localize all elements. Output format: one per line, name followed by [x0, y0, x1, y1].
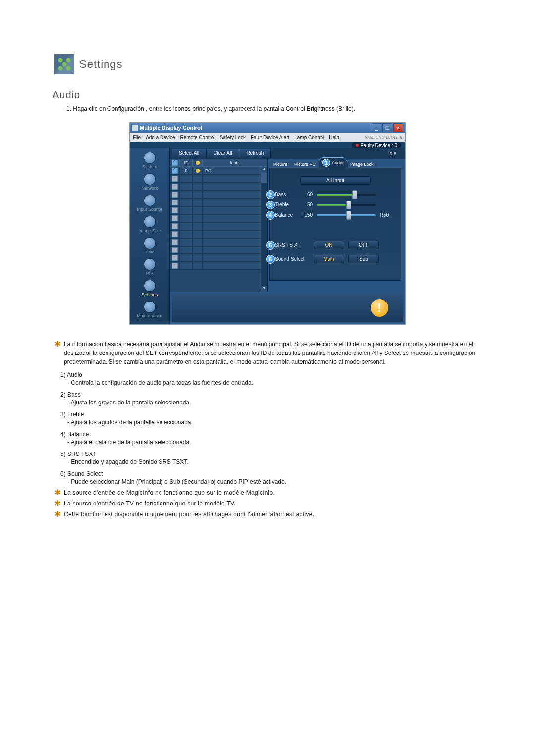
- power-alert-icon: !: [371, 299, 388, 317]
- grid-header-check[interactable]: [170, 159, 180, 167]
- title-bar: Multiple Display Control _ □ ×: [130, 123, 405, 133]
- grid-row[interactable]: [170, 206, 267, 214]
- sidebar-item-network[interactable]: Network: [130, 172, 169, 194]
- clear-all-button[interactable]: Clear All: [207, 149, 239, 158]
- app-title: Multiple Display Control: [140, 125, 372, 131]
- treble-label: Treble: [275, 202, 299, 207]
- grid-row[interactable]: 0 PC: [170, 167, 267, 175]
- minimize-button[interactable]: _: [372, 123, 381, 132]
- sound-select-row: 6 Sound Select Main Sub: [275, 255, 396, 263]
- image-size-icon: [144, 216, 155, 227]
- tab-bar: Picture Picture PC 1 Audio Image Lock: [268, 159, 405, 168]
- check-icon: [172, 168, 178, 174]
- treble-row: 3 Treble 50: [275, 202, 396, 207]
- sidebar-label: Image Size: [138, 228, 160, 233]
- tab-image-lock[interactable]: Image Lock: [346, 161, 378, 168]
- menu-add-device[interactable]: Add a Device: [146, 135, 175, 140]
- slider-thumb[interactable]: [352, 190, 357, 199]
- item-num: 6): [60, 470, 66, 477]
- main-area: Select All Clear All Refresh Idle ID Inp…: [170, 148, 405, 324]
- item-desc: - Puede seleccionar Main (Principal) o S…: [67, 478, 495, 485]
- tab-picture[interactable]: Picture: [269, 161, 292, 168]
- menu-bar: File Add a Device Remote Control Safety …: [130, 133, 405, 142]
- sidebar-item-settings[interactable]: Settings: [130, 279, 169, 300]
- grid-scrollbar[interactable]: ▲ ▼: [261, 167, 267, 292]
- grid-row[interactable]: [170, 199, 267, 206]
- slider-thumb[interactable]: [346, 201, 351, 209]
- balance-row: 4 Balance L50 R50: [275, 212, 396, 218]
- grid-row[interactable]: [170, 183, 267, 191]
- sidebar-label: Input Source: [137, 207, 162, 212]
- all-input-button[interactable]: All Input: [300, 176, 371, 185]
- sound-main-button[interactable]: Main: [314, 255, 344, 263]
- balance-slider[interactable]: [317, 213, 376, 218]
- sound-sub-button[interactable]: Sub: [348, 255, 379, 263]
- select-all-button[interactable]: Select All: [172, 149, 207, 158]
- grid-row[interactable]: [170, 191, 267, 199]
- srs-off-button[interactable]: OFF: [348, 241, 379, 249]
- item-num: 1): [60, 371, 66, 378]
- menu-file[interactable]: File: [133, 135, 141, 140]
- check-icon: [172, 255, 178, 261]
- star-icon: ✱: [54, 510, 61, 519]
- srs-on-button[interactable]: ON: [314, 241, 344, 249]
- sidebar-label: Network: [141, 186, 158, 191]
- network-icon: [144, 174, 155, 185]
- menu-safety-lock[interactable]: Safety Lock: [220, 135, 246, 140]
- window-buttons: _ □ ×: [372, 123, 403, 132]
- sidebar-item-pip[interactable]: PIP: [130, 257, 169, 279]
- grid-row[interactable]: [170, 246, 267, 254]
- scroll-thumb[interactable]: [261, 173, 267, 183]
- device-grid: ID Input 0 PC: [170, 159, 268, 292]
- refresh-button[interactable]: Refresh: [239, 149, 271, 158]
- sidebar-item-time[interactable]: Time: [130, 236, 169, 257]
- note-text: La información básica necesaria para aju…: [64, 340, 495, 366]
- grid-row[interactable]: [170, 262, 267, 270]
- check-icon: [172, 176, 178, 182]
- grid-cell-check[interactable]: [170, 167, 180, 175]
- grid-row[interactable]: [170, 214, 267, 222]
- srs-label: SRS TS XT: [275, 242, 310, 248]
- check-icon: [172, 239, 178, 245]
- item-name: Treble: [67, 411, 84, 418]
- all-input-row: All Input: [275, 176, 396, 185]
- menu-remote-control[interactable]: Remote Control: [180, 135, 215, 140]
- menu-help[interactable]: Help: [329, 135, 339, 140]
- sidebar-item-system[interactable]: System: [130, 151, 169, 172]
- sidebar-item-maintenance[interactable]: Maintenance: [130, 300, 169, 321]
- bass-label: Bass: [275, 192, 299, 197]
- grid-row[interactable]: [170, 230, 267, 238]
- menu-lamp-control[interactable]: Lamp Control: [294, 135, 324, 140]
- grid-header: ID Input: [170, 159, 267, 167]
- tab-audio[interactable]: 1 Audio: [319, 158, 348, 168]
- maintenance-icon: [144, 302, 155, 312]
- scroll-up-icon[interactable]: ▲: [261, 167, 267, 173]
- app-footer: !: [172, 294, 403, 322]
- grid-row[interactable]: [170, 222, 267, 230]
- intro-text: 1. Haga clic en Configuración , entre lo…: [66, 105, 495, 112]
- sidebar-item-image-size[interactable]: Image Size: [130, 215, 169, 236]
- maximize-button[interactable]: □: [382, 123, 392, 132]
- close-button[interactable]: ×: [393, 123, 403, 132]
- sidebar-label: PIP: [146, 271, 154, 276]
- faulty-device-badge: Faulty Device : 0: [352, 142, 401, 148]
- note-text: La source d'entrée de TV ne fonctionne q…: [64, 499, 236, 508]
- tab-audio-label: Audio: [332, 160, 343, 165]
- grid-row[interactable]: [170, 175, 267, 183]
- scroll-down-icon[interactable]: ▼: [261, 286, 267, 292]
- sound-select-label: Sound Select: [275, 256, 310, 262]
- slider-thumb[interactable]: [346, 211, 351, 220]
- grid-row[interactable]: [170, 254, 267, 262]
- star-icon: ✱: [54, 488, 61, 497]
- sidebar-label: Settings: [142, 292, 158, 297]
- grid-row[interactable]: [170, 238, 267, 246]
- callout-badge-2: 2: [266, 190, 275, 199]
- bass-slider[interactable]: [317, 192, 376, 197]
- bass-value: 60: [303, 192, 313, 197]
- tab-picture-pc[interactable]: Picture PC: [290, 161, 321, 168]
- treble-slider[interactable]: [317, 202, 376, 207]
- check-icon: [172, 160, 178, 166]
- menu-fault-device-alert[interactable]: Fault Device Alert: [251, 135, 289, 140]
- sidebar-item-input-source[interactable]: Input Source: [130, 194, 169, 215]
- bass-row: 2 Bass 60: [275, 192, 396, 197]
